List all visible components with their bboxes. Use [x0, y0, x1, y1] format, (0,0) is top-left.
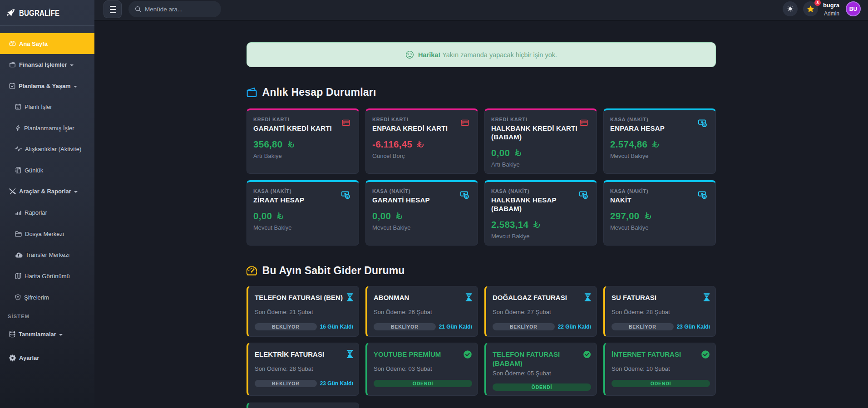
svg-text:$: $: [584, 195, 587, 199]
svg-text:$: $: [465, 195, 468, 199]
svg-text:$: $: [346, 195, 349, 199]
svg-text:$: $: [703, 123, 705, 127]
svg-text:$: $: [703, 195, 705, 199]
